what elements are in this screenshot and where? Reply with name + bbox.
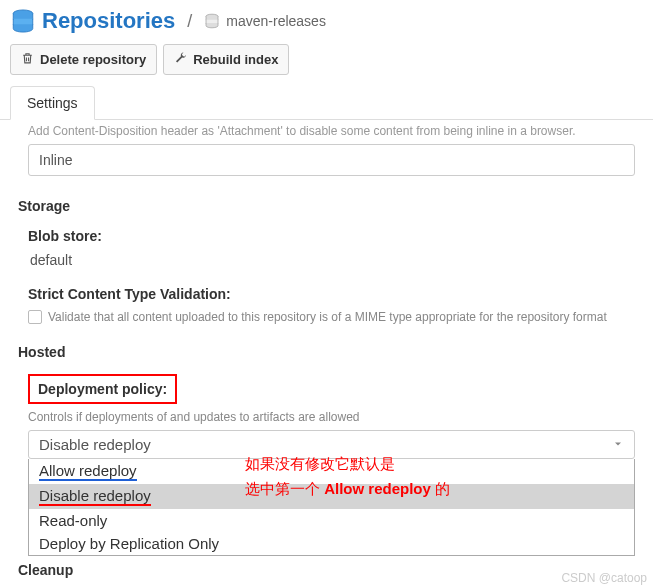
watermark: CSDN @catoop [561, 571, 647, 585]
database-icon-small [204, 13, 220, 29]
breadcrumb-repo[interactable]: maven-releases [226, 13, 326, 29]
strict-validation-checkbox[interactable] [28, 310, 42, 324]
tabs: Settings [0, 85, 653, 120]
deployment-policy-label: Deployment policy: [38, 381, 167, 397]
content-disposition-value: Inline [39, 152, 72, 168]
storage-heading: Storage [18, 198, 635, 214]
trash-icon [21, 51, 34, 68]
cleanup-heading: Cleanup [18, 562, 635, 578]
page-title[interactable]: Repositories [42, 8, 175, 34]
content-disposition-select[interactable]: Inline [28, 144, 635, 176]
deployment-policy-highlight: Deployment policy: [28, 374, 177, 404]
content-disposition-help: Add Content-Disposition header as 'Attac… [28, 120, 635, 144]
annotation-line-1: 如果没有修改它默认是 [245, 455, 395, 474]
option-read-only[interactable]: Read-only [29, 509, 634, 532]
strict-validation-help: Validate that all content uploaded to th… [48, 310, 607, 324]
rebuild-index-button[interactable]: Rebuild index [163, 44, 289, 75]
delete-repository-button[interactable]: Delete repository [10, 44, 157, 75]
blob-store-label: Blob store: [28, 228, 635, 244]
rebuild-label: Rebuild index [193, 52, 278, 67]
option-deploy-replication[interactable]: Deploy by Replication Only [29, 532, 634, 555]
tab-settings[interactable]: Settings [10, 86, 95, 120]
deployment-policy-selected: Disable redeploy [39, 436, 151, 453]
wrench-icon [174, 51, 187, 68]
blob-store-value: default [28, 252, 635, 268]
database-icon [10, 8, 36, 34]
settings-panel: Add Content-Disposition header as 'Attac… [0, 120, 653, 586]
strict-validation-row: Validate that all content uploaded to th… [28, 310, 635, 324]
annotation-line-2: 选中第一个 Allow redeploy 的 [245, 480, 450, 499]
strict-validation-label: Strict Content Type Validation: [28, 286, 635, 302]
chevron-down-icon [612, 436, 624, 453]
deployment-policy-help: Controls if deployments of and updates t… [28, 410, 635, 424]
hosted-heading: Hosted [18, 344, 635, 360]
page-header: Repositories / maven-releases [0, 0, 653, 40]
delete-label: Delete repository [40, 52, 146, 67]
toolbar: Delete repository Rebuild index [0, 40, 653, 85]
breadcrumb-separator: / [181, 11, 198, 32]
